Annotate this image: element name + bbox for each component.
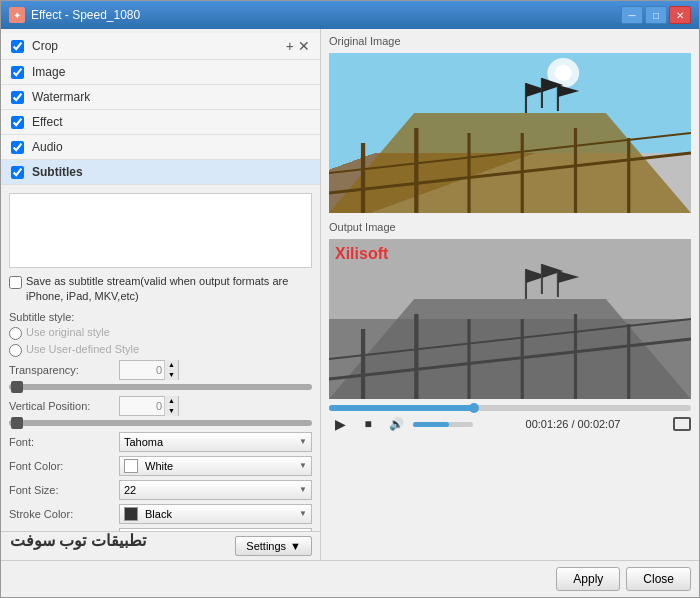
- original-image-preview: [329, 53, 691, 213]
- audio-checkbox[interactable]: [11, 141, 24, 154]
- vertical-down[interactable]: ▼: [164, 406, 178, 416]
- output-image-preview: Xilisoft: [329, 239, 691, 399]
- transparency-spinner-btns: ▲ ▼: [164, 360, 178, 380]
- stroke-color-select[interactable]: Black ▼: [119, 504, 312, 524]
- app-icon: ✦: [9, 7, 25, 23]
- apply-button[interactable]: Apply: [556, 567, 620, 591]
- effect-checkbox[interactable]: [11, 116, 24, 129]
- left-panel: Crop + ✕ Image Watermark: [1, 29, 321, 560]
- svg-rect-23: [467, 319, 470, 399]
- subtitles-checkbox[interactable]: [11, 166, 24, 179]
- svg-rect-22: [414, 314, 418, 399]
- sidebar-item-watermark[interactable]: Watermark: [1, 85, 320, 110]
- transparency-label: Transparency:: [9, 364, 119, 376]
- vertical-slider-thumb[interactable]: [11, 417, 23, 429]
- time-current: 00:01:26: [526, 418, 569, 430]
- seek-bar[interactable]: [329, 405, 691, 411]
- sidebar-item-subtitles[interactable]: Subtitles: [1, 160, 320, 185]
- vertical-spinner-btns: ▲ ▼: [164, 396, 178, 416]
- svg-point-2: [555, 65, 572, 81]
- save-stream-checkbox[interactable]: [9, 276, 22, 289]
- vertical-slider-row: [9, 420, 312, 426]
- font-color-arrow: ▼: [299, 461, 307, 470]
- transparency-row: Transparency: 0 ▲ ▼: [9, 360, 312, 380]
- settings-button[interactable]: Settings ▼: [235, 536, 312, 556]
- sidebar-item-effect[interactable]: Effect: [1, 110, 320, 135]
- sidebar-item-image[interactable]: Image: [1, 60, 320, 85]
- stroke-color-row: Stroke Color: Black ▼: [9, 504, 312, 524]
- save-stream-row: Save as subtitle stream(valid when outpu…: [9, 274, 312, 305]
- font-color-select[interactable]: White ▼: [119, 456, 312, 476]
- remove-icon[interactable]: ✕: [298, 38, 310, 54]
- font-select[interactable]: Tahoma ▼: [119, 432, 312, 452]
- font-size-select[interactable]: 22 ▼: [119, 480, 312, 500]
- font-row: Font: Tahoma ▼: [9, 432, 312, 452]
- radio-original-label: Use original style: [26, 326, 110, 338]
- effect-label: Effect: [32, 115, 62, 129]
- title-bar: ✦ Effect - Speed_1080 ─ □ ✕: [1, 1, 699, 29]
- controls-row: ▶ ■ 🔊 00:01:26 / 00:02:07: [329, 413, 691, 435]
- font-color-value: White: [145, 460, 173, 472]
- volume-bar[interactable]: [413, 422, 473, 427]
- crop-checkbox[interactable]: [11, 40, 24, 53]
- settings-label: Settings: [246, 540, 286, 552]
- sidebar-item-audio[interactable]: Audio: [1, 135, 320, 160]
- volume-icon[interactable]: 🔊: [385, 413, 407, 435]
- radio-original[interactable]: [9, 327, 22, 340]
- image-checkbox[interactable]: [11, 66, 24, 79]
- svg-rect-26: [627, 324, 630, 399]
- output-image-svg: [329, 239, 691, 399]
- watermark-label: Watermark: [32, 90, 90, 104]
- radio-original-row: Use original style: [9, 326, 312, 341]
- transparency-up[interactable]: ▲: [164, 360, 178, 370]
- transparency-down[interactable]: ▼: [164, 370, 178, 380]
- font-color-label: Font Color:: [9, 460, 119, 472]
- vertical-slider-track[interactable]: [9, 420, 312, 426]
- svg-rect-8: [574, 128, 577, 213]
- radio-user-label: Use User-defined Style: [26, 343, 139, 355]
- vertical-up[interactable]: ▲: [164, 396, 178, 406]
- seek-thumb[interactable]: [469, 403, 479, 413]
- stroke-color-value: Black: [145, 508, 172, 520]
- sidebar: Crop + ✕ Image Watermark: [1, 29, 320, 189]
- font-size-arrow: ▼: [299, 485, 307, 494]
- close-button[interactable]: ✕: [669, 6, 691, 24]
- vertical-spinner[interactable]: 0 ▲ ▼: [119, 396, 179, 416]
- svg-rect-25: [574, 314, 577, 399]
- font-label: Font:: [9, 436, 119, 448]
- right-panel: Original Image: [321, 29, 699, 560]
- bottom-bar: Apply Close: [1, 560, 699, 597]
- aspect-ratio-button[interactable]: [673, 417, 691, 431]
- subtitle-panel: Save as subtitle stream(valid when outpu…: [1, 189, 320, 531]
- minimize-button[interactable]: ─: [621, 6, 643, 24]
- window-controls: ─ □ ✕: [621, 6, 691, 24]
- time-display: 00:01:26 / 00:02:07: [479, 418, 667, 430]
- style-section-label: Subtitle style:: [9, 311, 312, 323]
- watermark-checkbox[interactable]: [11, 91, 24, 104]
- stop-button[interactable]: ■: [357, 413, 379, 435]
- sidebar-item-crop[interactable]: Crop + ✕: [1, 33, 320, 60]
- stroke-color-swatch: [124, 507, 138, 521]
- close-dialog-button[interactable]: Close: [626, 567, 691, 591]
- svg-rect-6: [467, 133, 470, 213]
- subtitles-label: Subtitles: [32, 165, 83, 179]
- transparency-slider-row: [9, 384, 312, 390]
- transparency-slider-thumb[interactable]: [11, 381, 23, 393]
- stroke-color-arrow: ▼: [299, 509, 307, 518]
- maximize-button[interactable]: □: [645, 6, 667, 24]
- transparency-slider-track[interactable]: [9, 384, 312, 390]
- window-title: Effect - Speed_1080: [31, 8, 621, 22]
- audio-label: Audio: [32, 140, 63, 154]
- font-size-row: Font Size: 22 ▼: [9, 480, 312, 500]
- output-image-label: Output Image: [329, 221, 691, 233]
- original-image-label: Original Image: [329, 35, 691, 47]
- font-color-swatch: [124, 459, 138, 473]
- vertical-label: Vertical Position:: [9, 400, 119, 412]
- play-button[interactable]: ▶: [329, 413, 351, 435]
- arabic-watermark: تطبيقات توب سوفت: [10, 531, 146, 550]
- seek-fill: [329, 405, 474, 411]
- save-stream-label: Save as subtitle stream(valid when outpu…: [26, 274, 312, 305]
- radio-user[interactable]: [9, 344, 22, 357]
- add-icon[interactable]: +: [286, 38, 294, 54]
- transparency-spinner[interactable]: 0 ▲ ▼: [119, 360, 179, 380]
